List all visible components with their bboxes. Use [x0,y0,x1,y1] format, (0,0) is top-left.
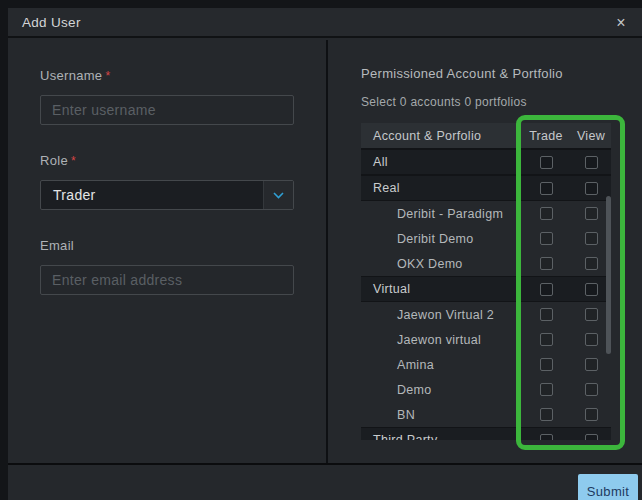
email-label: Email [40,238,294,253]
email-field[interactable] [40,265,294,295]
role-label: Role* [40,153,294,168]
table-row: Real [361,175,611,201]
chevron-down-icon [263,181,293,209]
trade-checkbox[interactable] [540,408,553,421]
view-checkbox[interactable] [585,257,598,270]
account-name: Third Party [361,433,521,440]
account-name: Virtual [361,282,521,296]
view-checkbox[interactable] [585,207,598,220]
trade-checkbox[interactable] [540,182,553,195]
table-scrollbar[interactable] [606,196,611,354]
view-column-header: View [571,129,611,143]
table-row: Jaewon virtual [361,327,611,352]
account-portfolio-table: Account & Porfolio Trade View AllRealDer… [361,123,611,440]
view-checkbox[interactable] [585,156,598,169]
view-cell [571,207,611,220]
trade-column-header: Trade [521,129,571,143]
view-cell [571,358,611,371]
trade-cell [521,257,571,270]
dialog-body: Username* Role* Trader Email Permissione… [8,40,642,463]
trade-checkbox[interactable] [540,156,553,169]
view-checkbox[interactable] [585,283,598,296]
permissions-panel: Permissioned Account & Portfolio Select … [328,40,642,463]
table-row: All [361,149,611,175]
user-form-panel: Username* Role* Trader Email [8,40,328,463]
view-cell [571,257,611,270]
trade-cell [521,434,571,441]
account-name: Amina [361,358,521,372]
table-row: Third Party [361,427,611,440]
account-name: Deribit - Paradigm [361,207,521,221]
required-asterisk: * [105,69,110,83]
account-name: Demo [361,383,521,397]
trade-cell [521,207,571,220]
role-select[interactable]: Trader [40,180,294,210]
account-column-header: Account & Porfolio [361,129,521,143]
table-row: Amina [361,352,611,377]
username-input[interactable] [40,95,294,125]
view-cell [571,283,611,296]
table-row: BN [361,402,611,427]
required-asterisk: * [71,154,76,168]
account-name: Jaewon virtual [361,333,521,347]
view-cell [571,156,611,169]
view-cell [571,182,611,195]
permissions-selection-summary: Select 0 accounts 0 portfolios [361,95,642,109]
view-cell [571,434,611,441]
table-row: Deribit - Paradigm [361,201,611,226]
role-selected-value: Trader [41,187,263,203]
view-checkbox[interactable] [585,232,598,245]
dialog-title: Add User [22,8,81,38]
trade-checkbox[interactable] [540,308,553,321]
table-row: Jaewon Virtual 2 [361,302,611,327]
account-name: OKX Demo [361,257,521,271]
dialog-footer: Submit [8,463,642,500]
table-header-row: Account & Porfolio Trade View [361,123,611,149]
trade-cell [521,383,571,396]
trade-cell [521,283,571,296]
account-table-rows: AllRealDeribit - ParadigmDeribit DemoOKX… [361,149,611,440]
trade-checkbox[interactable] [540,207,553,220]
dialog-titlebar: Add User × [8,8,642,38]
account-name: Real [361,181,521,195]
view-cell [571,308,611,321]
trade-checkbox[interactable] [540,358,553,371]
account-name: Jaewon Virtual 2 [361,308,521,322]
close-icon[interactable]: × [610,8,632,38]
trade-checkbox[interactable] [540,232,553,245]
permissions-heading: Permissioned Account & Portfolio [361,66,642,81]
trade-cell [521,308,571,321]
account-name: Deribit Demo [361,232,521,246]
username-label: Username* [40,68,294,83]
trade-checkbox[interactable] [540,434,553,441]
table-row: Virtual [361,276,611,302]
trade-cell [521,182,571,195]
table-row: Deribit Demo [361,226,611,251]
view-checkbox[interactable] [585,182,598,195]
table-row: OKX Demo [361,251,611,276]
view-checkbox[interactable] [585,308,598,321]
add-user-dialog: Add User × Username* Role* Trader Email [8,8,642,500]
table-row: Demo [361,377,611,402]
view-checkbox[interactable] [585,383,598,396]
view-cell [571,232,611,245]
trade-cell [521,333,571,346]
trade-cell [521,358,571,371]
trade-checkbox[interactable] [540,333,553,346]
trade-cell [521,156,571,169]
view-checkbox[interactable] [585,408,598,421]
trade-cell [521,408,571,421]
trade-checkbox[interactable] [540,257,553,270]
trade-cell [521,232,571,245]
view-checkbox[interactable] [585,434,598,441]
trade-checkbox[interactable] [540,383,553,396]
submit-button[interactable]: Submit [578,474,638,500]
view-cell [571,333,611,346]
view-checkbox[interactable] [585,358,598,371]
view-checkbox[interactable] [585,333,598,346]
account-name: All [361,155,521,169]
account-name: BN [361,408,521,422]
trade-checkbox[interactable] [540,283,553,296]
view-cell [571,408,611,421]
view-cell [571,383,611,396]
